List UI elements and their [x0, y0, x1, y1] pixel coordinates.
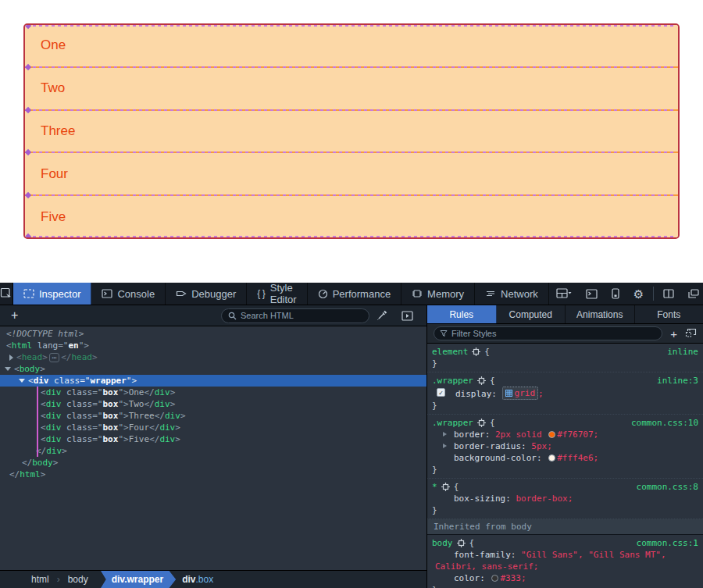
element-target-icon[interactable]: [477, 376, 486, 385]
collapse-arrow-icon[interactable]: [19, 379, 25, 383]
markup-line-box[interactable]: <div class="box">One</div>: [0, 387, 426, 398]
markup-line-box[interactable]: <div class="box">Four</div>: [0, 422, 426, 433]
markup-line-close-div[interactable]: </div>: [0, 445, 426, 457]
breadcrumb-item-html[interactable]: html: [23, 574, 57, 585]
breadcrumb-item-divbox[interactable]: div.box: [182, 574, 213, 585]
declaration-border[interactable]: border: 2px solid #f76707;: [432, 429, 698, 440]
markup-line-close-body[interactable]: </body>: [0, 457, 426, 469]
tab-performance[interactable]: Performance: [308, 283, 401, 305]
split-console-icon[interactable]: [579, 283, 605, 305]
element-target-icon[interactable]: [441, 483, 450, 491]
breadcrumb-item-body[interactable]: body: [60, 574, 96, 585]
css-rule-element: element { inline }: [427, 344, 703, 372]
css-rule-universal: * { common.css:8 box-sizing: border-box;…: [427, 479, 703, 519]
grid-overlay-line: [27, 66, 676, 68]
declaration-checkbox[interactable]: ✓: [437, 388, 445, 397]
pseudo-class-panel-icon[interactable]: [685, 328, 697, 339]
tab-label: Network: [501, 288, 538, 300]
debugger-icon: [176, 289, 187, 298]
pick-element-icon[interactable]: [0, 283, 13, 305]
devtools-panel: Inspector Console Debugger { } Style Edi…: [0, 283, 703, 588]
tab-memory[interactable]: Memory: [401, 283, 475, 305]
select-frame-icon[interactable]: [549, 283, 579, 305]
expand-declaration-icon[interactable]: [443, 432, 447, 437]
dock-side-icon[interactable]: [656, 283, 681, 305]
markup-line-box[interactable]: <div class="box">Five</div>: [0, 433, 426, 445]
color-swatch[interactable]: [491, 575, 498, 582]
color-swatch[interactable]: [548, 431, 555, 438]
filter-styles-input[interactable]: [451, 329, 656, 338]
grid-highlighter-toggle[interactable]: grid: [502, 387, 539, 400]
toolbar-divider: [653, 287, 654, 301]
breadcrumb-item-selected[interactable]: div.wrapper: [101, 571, 176, 588]
rule-selector[interactable]: *: [432, 481, 437, 493]
rule-selector[interactable]: body: [432, 537, 453, 549]
settings-gear-icon[interactable]: ⚙: [626, 283, 651, 305]
tab-fonts[interactable]: Fonts: [635, 305, 703, 323]
children-guide-line: [37, 387, 38, 457]
console-icon: [102, 289, 112, 298]
declaration-background-color[interactable]: background-color: #fff4e6;: [432, 452, 698, 464]
markup-line-head[interactable]: <head>⋯</head>: [0, 351, 426, 363]
markup-line-body[interactable]: <body>: [0, 363, 426, 375]
html-tree: <!DOCTYPE html> <html lang="en"> <head>⋯…: [0, 326, 426, 570]
expand-declaration-icon[interactable]: [443, 444, 447, 448]
search-html-input[interactable]: [241, 311, 362, 320]
element-target-icon[interactable]: [477, 419, 486, 427]
rule-source-link[interactable]: inline:3: [657, 375, 698, 387]
markup-line-doctype[interactable]: <!DOCTYPE html>: [0, 328, 426, 340]
browser-viewport: One Two Three Four Five: [0, 0, 703, 283]
filter-styles-box[interactable]: [434, 326, 662, 340]
declaration-box-sizing[interactable]: box-sizing: border-box;: [432, 493, 698, 504]
grid-wrapper: One Two Three Four Five: [23, 23, 680, 239]
markup-line-box[interactable]: <div class="box">Three</div>: [0, 410, 426, 422]
rule-selector[interactable]: element: [432, 346, 468, 358]
tab-rules[interactable]: Rules: [427, 305, 497, 323]
declaration-display-grid[interactable]: ✓ display: grid ;: [432, 387, 698, 400]
eyedropper-icon[interactable]: [369, 310, 394, 321]
add-node-button[interactable]: +: [6, 308, 23, 323]
markup-line-wrapper-selected[interactable]: <div class="wrapper">: [0, 375, 426, 387]
add-rule-button[interactable]: +: [670, 328, 677, 340]
grid-icon: [505, 390, 512, 397]
markup-line-close-html[interactable]: </html>: [0, 469, 426, 480]
tab-network[interactable]: Network: [475, 283, 549, 305]
filter-row: +: [427, 324, 703, 344]
responsive-design-icon[interactable]: [605, 283, 626, 305]
box-label: Five: [41, 209, 66, 225]
element-target-icon[interactable]: [457, 539, 466, 547]
tab-debugger[interactable]: Debugger: [166, 283, 247, 305]
rule-source-link[interactable]: inline: [667, 346, 698, 358]
css-rule-wrapper-common: .wrapper { common.css:10 border: 2px sol…: [427, 415, 703, 479]
css-rule-body: body { common.css:1 font-family: "Gill S…: [427, 535, 703, 588]
color-swatch[interactable]: [548, 454, 555, 461]
declaration-border-radius[interactable]: border-radius: 5px;: [432, 440, 698, 452]
declaration-font-family[interactable]: font-family: "Gill Sans", "Gill Sans MT"…: [432, 549, 698, 561]
element-target-icon[interactable]: [472, 347, 480, 356]
expand-arrow-icon[interactable]: [9, 355, 13, 361]
rule-selector[interactable]: .wrapper: [432, 417, 473, 429]
declaration-color[interactable]: color: #333;: [432, 572, 698, 584]
collapse-arrow-icon[interactable]: [5, 367, 11, 371]
funnel-icon: [440, 330, 448, 337]
tab-animations[interactable]: Animations: [566, 305, 635, 323]
grid-box-five: Five: [25, 194, 678, 237]
inspector-icon: [23, 289, 34, 298]
search-html-box[interactable]: [221, 308, 369, 323]
rule-source-link[interactable]: common.css:1: [637, 537, 698, 549]
css-rule-wrapper-inline: .wrapper { inline:3 ✓ display:: [427, 372, 703, 415]
separate-window-icon[interactable]: [681, 283, 703, 305]
tab-computed[interactable]: Computed: [497, 305, 566, 323]
rule-source-link[interactable]: common.css:8: [637, 481, 698, 493]
tab-style-editor[interactable]: { } Style Editor: [247, 283, 307, 305]
expand-pane-icon[interactable]: [394, 311, 420, 321]
markup-line-html[interactable]: <html lang="en">: [0, 340, 426, 351]
grid-box-one: One: [25, 25, 678, 66]
rule-selector[interactable]: .wrapper: [432, 375, 473, 387]
tab-inspector[interactable]: Inspector: [13, 283, 91, 305]
tab-console[interactable]: Console: [91, 283, 166, 305]
rule-source-link[interactable]: common.css:10: [631, 417, 698, 429]
declaration-font-family-wrap[interactable]: Calibri, sans-serif;: [432, 561, 698, 572]
markup-line-box[interactable]: <div class="box">Two</div>: [0, 398, 426, 410]
grid-overlay-line: [27, 236, 676, 237]
